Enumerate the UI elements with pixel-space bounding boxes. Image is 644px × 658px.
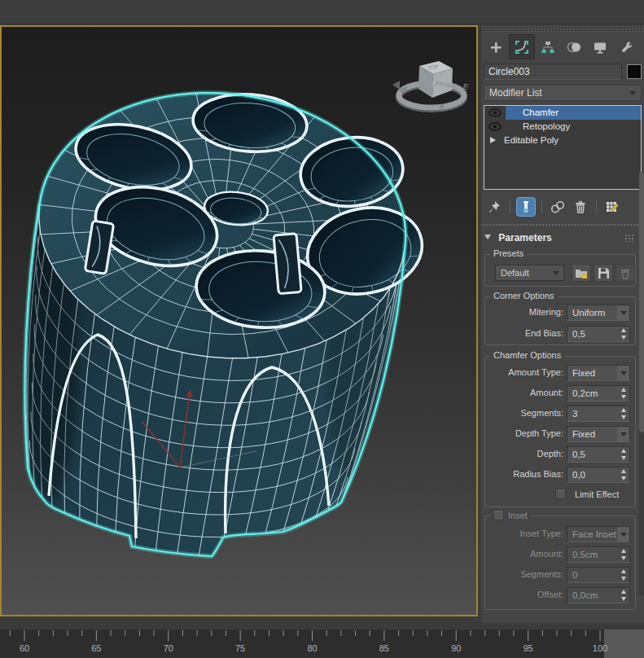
save-preset-button[interactable] xyxy=(594,264,613,282)
limit-effect-checkbox[interactable] xyxy=(555,489,566,499)
svg-text:80: 80 xyxy=(307,643,317,653)
utilities-wrench-icon xyxy=(619,40,633,55)
viewcube[interactable]: N W E S TOP FRONT xyxy=(392,61,470,112)
pin-stack-button[interactable] xyxy=(484,197,504,217)
amount-type-dropdown[interactable]: Fixed xyxy=(567,365,630,381)
amount-label: Amount: xyxy=(530,388,563,397)
tab-motion[interactable] xyxy=(561,34,587,59)
corner-options-group: Corner Options Mitering: Uniform End Bia… xyxy=(484,296,636,345)
inset-segments-spinner[interactable]: 0 xyxy=(567,567,630,583)
panel-scrollbar[interactable] xyxy=(639,172,644,595)
perspective-viewport[interactable]: N W E S TOP FRONT xyxy=(0,25,478,616)
load-preset-button[interactable] xyxy=(572,264,591,282)
rollout-splitter[interactable] xyxy=(481,222,644,227)
depth-type-dropdown[interactable]: Fixed xyxy=(567,426,630,442)
3ds-max-window: N W E S TOP FRONT xyxy=(0,0,644,658)
tab-display[interactable] xyxy=(587,34,613,59)
make-unique-icon xyxy=(550,200,566,214)
limit-effect-label: Limit Effect xyxy=(575,489,619,499)
parameters-rollout-header[interactable]: Parameters xyxy=(484,232,636,245)
show-end-result-icon xyxy=(519,200,532,214)
spinner-arrows-icon[interactable] xyxy=(620,388,628,399)
panel-scrollbar-thumb[interactable] xyxy=(639,172,644,432)
chevron-down-icon xyxy=(553,271,559,275)
svg-text:85: 85 xyxy=(379,643,389,653)
chevron-down-icon[interactable] xyxy=(617,527,629,542)
configure-modifier-sets-button[interactable] xyxy=(602,197,622,217)
modifier-list-dropdown[interactable]: Modifier List xyxy=(484,85,642,101)
radius-bias-spinner[interactable]: 0,0 xyxy=(567,467,630,483)
svg-text:60: 60 xyxy=(20,643,29,653)
spinner-arrows-icon[interactable] xyxy=(620,328,628,340)
expand-arrow-icon[interactable] xyxy=(490,137,496,143)
chevron-down-icon[interactable] xyxy=(617,366,629,380)
chamfer-options-group: Chamfer Options Amount Type: Fixed Amoun… xyxy=(484,356,636,507)
svg-text:95: 95 xyxy=(524,643,533,653)
inset-segments-label: Segments: xyxy=(520,569,563,579)
tab-utilities[interactable] xyxy=(613,34,639,59)
modifier-stack-item-editable-poly[interactable]: Editable Poly xyxy=(484,134,641,147)
modifier-stack-toolbar xyxy=(484,196,641,217)
presets-group-label: Presets xyxy=(490,248,527,258)
command-panel: Circle003 Modifier List Chamfer Retopolo… xyxy=(481,25,644,623)
modifier-stack-item-chamfer[interactable]: Chamfer xyxy=(484,106,641,120)
amount-spinner[interactable]: 0,2cm xyxy=(567,385,630,401)
svg-text:100: 100 xyxy=(593,643,607,653)
modifier-stack: Chamfer Retopology Editable Poly xyxy=(484,105,642,190)
segments-label: Segments: xyxy=(520,408,563,418)
inset-group-label: Inset xyxy=(508,511,528,520)
svg-text:70: 70 xyxy=(164,643,173,653)
configure-modifier-sets-icon xyxy=(605,200,620,214)
spinner-arrows-icon[interactable] xyxy=(620,569,628,581)
load-preset-icon xyxy=(575,267,588,279)
compass-east-label[interactable]: E xyxy=(462,81,470,92)
mitering-dropdown[interactable]: Uniform xyxy=(567,305,630,321)
motion-icon xyxy=(567,40,581,55)
corner-options-group-label: Corner Options xyxy=(490,291,558,300)
svg-text:90: 90 xyxy=(451,643,461,653)
tab-create[interactable] xyxy=(483,34,509,59)
inset-amount-spinner[interactable]: 0,5cm xyxy=(567,546,630,563)
inset-group: Inset Inset Type: Face Inset Amount: 0,5… xyxy=(484,515,636,610)
spinner-arrows-icon[interactable] xyxy=(620,590,628,601)
remove-modifier-button[interactable] xyxy=(571,197,590,217)
depth-spinner[interactable]: 0,5 xyxy=(567,446,630,463)
inset-checkbox[interactable] xyxy=(493,510,504,520)
show-end-result-button[interactable] xyxy=(516,197,536,217)
timeline-ruler-svg[interactable]: 6065707580859095100 xyxy=(0,629,644,658)
spinner-arrows-icon[interactable] xyxy=(620,408,628,419)
tab-hierarchy[interactable] xyxy=(535,34,561,59)
radius-bias-label: Radius Bias: xyxy=(513,469,563,479)
end-bias-spinner[interactable]: 0,5 xyxy=(567,326,630,342)
hierarchy-icon xyxy=(541,40,555,55)
command-panel-tabs xyxy=(483,34,642,59)
pin-stack-icon xyxy=(487,200,502,214)
spinner-arrows-icon[interactable] xyxy=(620,549,628,560)
inset-offset-label: Offset: xyxy=(537,590,563,599)
object-color-swatch[interactable] xyxy=(627,64,642,79)
preset-dropdown[interactable]: Default xyxy=(495,265,564,281)
modifier-stack-item-retopology[interactable]: Retopology xyxy=(484,120,641,134)
tab-modify[interactable] xyxy=(509,34,535,59)
spinner-arrows-icon[interactable] xyxy=(620,469,628,480)
inset-type-dropdown[interactable]: Face Inset xyxy=(567,526,630,542)
collapse-triangle-icon xyxy=(484,235,491,239)
depth-type-label: Depth Type: xyxy=(515,428,563,438)
segments-spinner[interactable]: 3 xyxy=(567,406,630,422)
mitering-label: Mitering: xyxy=(529,307,563,317)
revolver-cylinder-model[interactable] xyxy=(23,90,430,559)
eye-icon[interactable] xyxy=(488,122,502,131)
viewport-scene[interactable]: N W E S TOP FRONT xyxy=(2,27,476,615)
make-unique-button[interactable] xyxy=(548,197,567,217)
delete-preset-button[interactable] xyxy=(616,264,635,282)
chevron-down-icon[interactable] xyxy=(617,427,629,441)
presets-group: Presets Default xyxy=(484,254,636,287)
spinner-arrows-icon[interactable] xyxy=(620,449,628,460)
chevron-down-icon[interactable] xyxy=(617,305,629,320)
timeline-ruler[interactable]: 6065707580859095100 xyxy=(0,629,644,658)
object-name-field[interactable]: Circle003 xyxy=(484,64,622,80)
eye-icon[interactable] xyxy=(488,108,502,117)
inset-offset-spinner[interactable]: 0,0cm xyxy=(567,587,630,603)
panel-drag-texture xyxy=(481,25,644,32)
svg-text:65: 65 xyxy=(91,643,101,653)
